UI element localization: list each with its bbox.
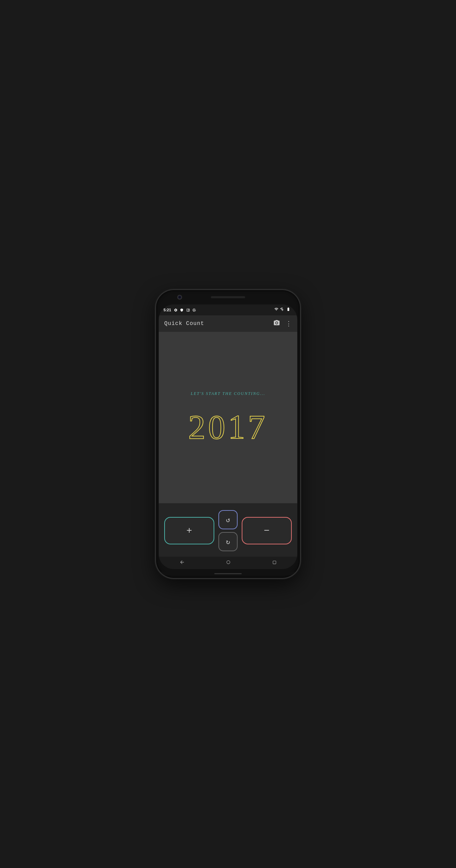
status-bar: 5:21 xyxy=(159,304,297,315)
phone-device: 5:21 xyxy=(156,290,300,578)
controls-row: + ↺ ↻ − xyxy=(164,510,292,551)
plus-icon: + xyxy=(187,526,192,536)
count-display: 2017 xyxy=(188,410,268,444)
app-title: Quick Count xyxy=(164,321,273,327)
center-buttons: ↺ ↻ xyxy=(218,510,238,551)
phone-bottom-bar xyxy=(159,572,297,575)
undo-icon: ↺ xyxy=(226,516,230,524)
status-right xyxy=(274,307,291,313)
settings-icon xyxy=(173,308,178,312)
redo-icon: ↻ xyxy=(226,538,230,546)
status-left: 5:21 xyxy=(164,308,196,312)
wallet-icon xyxy=(185,308,190,312)
phone-screen: 5:21 xyxy=(159,304,297,569)
main-content[interactable]: Let's start the counting... 2017 xyxy=(159,332,297,503)
wifi-icon xyxy=(274,307,279,313)
app-bar-actions: ⋮ xyxy=(273,320,292,328)
signal-icon xyxy=(280,307,284,313)
back-nav-button[interactable] xyxy=(172,558,192,568)
recents-nav-button[interactable] xyxy=(265,559,284,567)
status-time: 5:21 xyxy=(164,308,171,312)
undo-button[interactable]: ↺ xyxy=(218,510,238,529)
minus-icon: − xyxy=(264,526,270,536)
front-camera xyxy=(177,295,182,300)
decrement-button[interactable]: − xyxy=(242,517,292,544)
status-system-icons xyxy=(173,308,196,312)
bottom-nav xyxy=(159,557,297,569)
at-icon xyxy=(192,308,196,312)
battery-icon xyxy=(286,307,291,313)
home-nav-button[interactable] xyxy=(219,558,238,567)
subtitle-text: Let's start the counting... xyxy=(191,391,265,396)
increment-button[interactable]: + xyxy=(164,517,214,544)
svg-rect-1 xyxy=(273,561,276,564)
shield-icon xyxy=(179,308,184,312)
redo-button[interactable]: ↻ xyxy=(218,532,238,551)
app-bar: Quick Count ⋮ xyxy=(159,315,297,332)
camera-icon[interactable] xyxy=(273,320,280,328)
bottom-controls: + ↺ ↻ − xyxy=(159,503,297,557)
svg-point-0 xyxy=(227,560,230,564)
more-options-icon[interactable]: ⋮ xyxy=(286,320,292,327)
